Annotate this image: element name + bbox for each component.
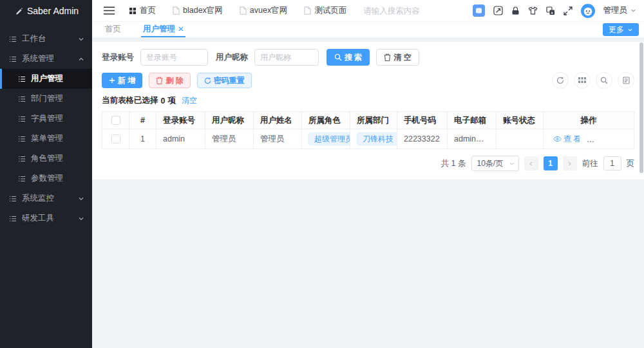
- copy-translate-icon[interactable]: [546, 6, 555, 15]
- eye-icon: [553, 136, 562, 142]
- next-page-button[interactable]: [563, 156, 577, 170]
- sidebar-item-label: 部门管理: [31, 93, 84, 104]
- user-mgmt-panel: 登录账号 用户昵称 搜 索 清 空 新 增: [92, 42, 644, 179]
- screenshot-icon[interactable]: [493, 6, 503, 15]
- lock-icon[interactable]: [511, 6, 520, 15]
- more-tabs-button[interactable]: 更多: [603, 23, 639, 36]
- nav-item-bladex[interactable]: bladex官网: [173, 5, 223, 16]
- table-row: 1 admin 管理员 管理员 超级管理员 刀锋科技 22233322 admi…: [102, 129, 634, 149]
- search-icon: [334, 53, 342, 61]
- sidebar-item-label: 角色管理: [31, 153, 84, 164]
- nav-item-label: avuex官网: [250, 5, 287, 16]
- page-size-select[interactable]: 10条/页: [471, 156, 519, 171]
- tab-bar: 首页 用户管理 更多: [92, 22, 644, 38]
- fullscreen-icon[interactable]: [564, 6, 573, 15]
- view-link-label: 查 看: [564, 134, 581, 145]
- sidebar-item-system-monitor[interactable]: 系统监控: [0, 188, 92, 208]
- vertical-scrollbar[interactable]: [639, 42, 643, 173]
- dept-tag: 刀锋科技: [357, 133, 397, 145]
- pagination-total: 共 1 条: [441, 158, 466, 169]
- refresh-table-button[interactable]: [552, 72, 569, 89]
- sidebar-item-role-mgmt[interactable]: 角色管理: [0, 149, 92, 169]
- trash-icon: [156, 77, 163, 84]
- grid-icon: [129, 7, 137, 15]
- page-number-1[interactable]: 1: [544, 156, 558, 170]
- user-menu[interactable]: 管理员: [603, 5, 637, 16]
- sidebar-submenu-system: 用户管理 部门管理 字典管理 菜单管理 角色管理: [0, 69, 92, 188]
- nickname-label: 用户昵称: [216, 52, 248, 63]
- sidebar: Saber Admin 工作台 系统管理 用户管理 部门管理: [0, 0, 92, 348]
- edit-link[interactable]: 编 辑: [590, 133, 616, 144]
- tab-user-mgmt[interactable]: 用户管理: [141, 22, 185, 37]
- goto-label: 前往: [582, 158, 598, 169]
- table-list-button[interactable]: [618, 72, 634, 89]
- col-header-index: #: [129, 112, 156, 129]
- col-header-nickname: 用户昵称: [205, 112, 254, 129]
- chevron-left-icon: [528, 161, 534, 167]
- chevron-right-icon: [567, 161, 573, 167]
- toggle-search-button[interactable]: [596, 72, 612, 89]
- clear-selection-link[interactable]: 清空: [182, 95, 197, 106]
- clear-button[interactable]: 清 空: [376, 49, 419, 66]
- account-input[interactable]: [140, 49, 208, 66]
- sidebar-item-dept-mgmt[interactable]: 部门管理: [0, 89, 92, 109]
- sidebar-menu: 工作台 系统管理 用户管理 部门管理 字典管理: [0, 22, 92, 228]
- nav-item-avuex[interactable]: avuex官网: [240, 5, 287, 16]
- pagination: 共 1 条 10条/页 1 前往 页: [102, 156, 634, 171]
- col-header-realname: 用户姓名: [254, 112, 302, 129]
- document-icon: [304, 6, 311, 15]
- sidebar-item-label: 用户管理: [31, 73, 84, 84]
- sidebar-item-system-mgmt[interactable]: 系统管理: [0, 49, 92, 69]
- sidebar-item-dev-tools[interactable]: 研发工具: [0, 208, 92, 228]
- search-button-label: 搜 索: [345, 52, 362, 63]
- cell-phone: 22233322: [397, 129, 448, 149]
- delete-users-button[interactable]: 删 除: [149, 73, 190, 88]
- goto-page-input[interactable]: [603, 156, 621, 170]
- sidebar-item-dict-mgmt[interactable]: 字典管理: [0, 109, 92, 129]
- sword-logo-icon: [14, 6, 23, 16]
- nav-item-test-page[interactable]: 测试页面: [304, 5, 346, 16]
- selection-info: 当前表格已选择 0 项 清空: [102, 95, 634, 106]
- col-header-phone: 手机号码: [397, 112, 448, 129]
- sidebar-item-workbench[interactable]: 工作台: [0, 29, 92, 49]
- tab-label: 用户管理: [143, 24, 175, 35]
- tab-home[interactable]: 首页: [103, 22, 123, 37]
- search-button[interactable]: 搜 索: [327, 49, 370, 66]
- chevron-down-icon: [630, 8, 636, 14]
- column-settings-button[interactable]: [574, 72, 591, 89]
- top-bar: 首页 bladex官网 avuex官网 测试页面: [92, 0, 644, 22]
- global-search-input[interactable]: [363, 6, 447, 15]
- sidebar-item-menu-mgmt[interactable]: 菜单管理: [0, 129, 92, 149]
- add-user-button[interactable]: 新 增: [102, 73, 142, 88]
- cell-email: admin@ronris...: [448, 129, 497, 149]
- more-label: 更多: [609, 24, 624, 35]
- delete-link[interactable]: 删 除: [625, 133, 634, 144]
- cell-account: admin: [156, 129, 205, 149]
- chevron-down-icon: [78, 36, 84, 42]
- user-avatar[interactable]: [581, 4, 595, 18]
- language-icon[interactable]: [473, 5, 485, 17]
- selection-count: 0: [161, 96, 166, 105]
- users-table: # 登录账号 用户昵称 用户姓名 所属角色 所属部门 手机号码 电子邮箱 账号状…: [102, 111, 634, 149]
- hamburger-menu-icon[interactable]: [104, 6, 115, 15]
- sidebar-item-user-mgmt[interactable]: 用户管理: [0, 69, 92, 89]
- search-icon: [600, 77, 608, 84]
- filter-form: 登录账号 用户昵称 搜 索 清 空: [102, 49, 634, 66]
- account-label: 登录账号: [102, 52, 134, 63]
- delete-link-label: 删 除: [634, 133, 634, 144]
- nickname-input[interactable]: [254, 49, 319, 66]
- nav-item-home[interactable]: 首页: [129, 5, 156, 16]
- view-link[interactable]: 查 看: [553, 134, 581, 145]
- select-all-checkbox[interactable]: [111, 116, 120, 125]
- sidebar-item-param-mgmt[interactable]: 参数管理: [0, 169, 92, 188]
- main-area: 首页 bladex官网 avuex官网 测试页面: [92, 0, 644, 348]
- trash-icon: [384, 53, 391, 61]
- reset-password-button[interactable]: 密码重置: [197, 73, 252, 88]
- cell-nickname: 管理员: [205, 129, 254, 149]
- table-header-row: # 登录账号 用户昵称 用户姓名 所属角色 所属部门 手机号码 电子邮箱 账号状…: [102, 112, 634, 129]
- row-checkbox[interactable]: [111, 134, 120, 143]
- prev-page-button[interactable]: [524, 156, 538, 170]
- close-icon[interactable]: [178, 26, 184, 32]
- theme-shirt-icon[interactable]: [528, 6, 538, 15]
- sidebar-item-label: 参数管理: [31, 173, 84, 184]
